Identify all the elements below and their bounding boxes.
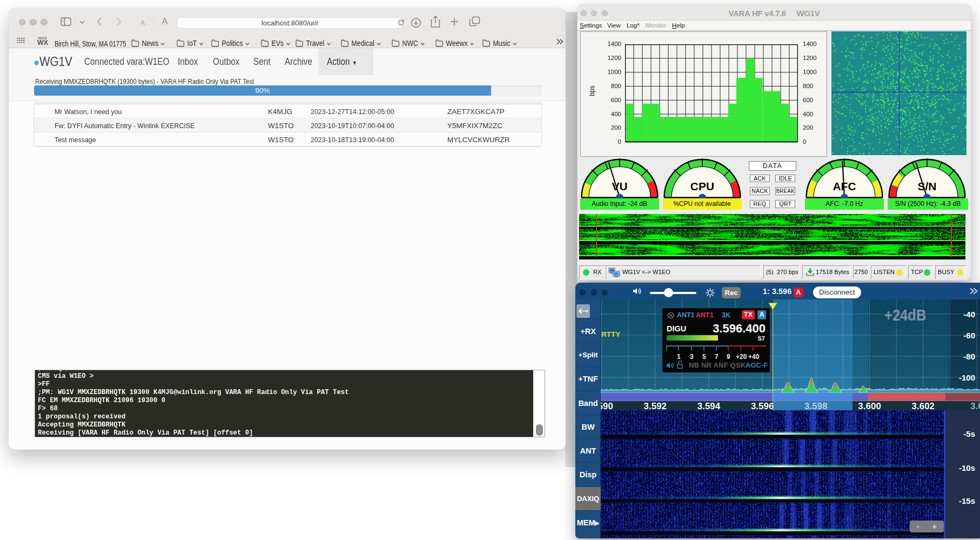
svg-text:S/N: S/N xyxy=(917,180,936,192)
svg-text:CPU: CPU xyxy=(690,180,714,192)
svg-text:VU: VU xyxy=(612,180,627,192)
